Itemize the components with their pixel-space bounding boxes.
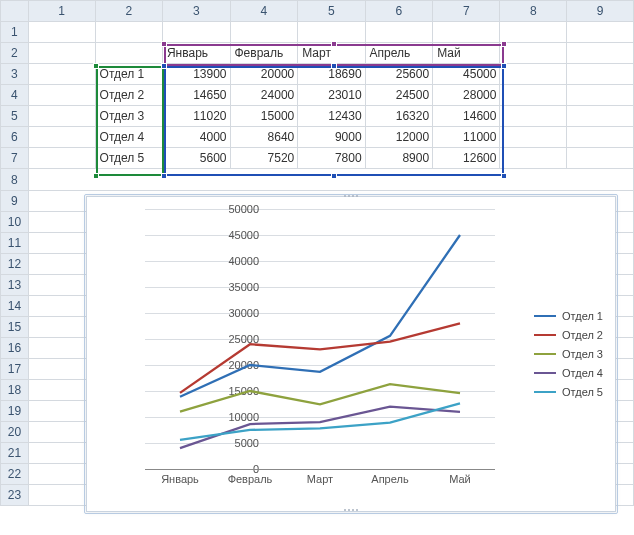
cell[interactable]: 8900 [365, 148, 433, 169]
cell[interactable] [28, 64, 95, 85]
cell[interactable]: 5600 [162, 148, 230, 169]
cell[interactable] [298, 22, 365, 43]
cell[interactable] [500, 85, 567, 106]
cell[interactable]: 14650 [162, 85, 230, 106]
row-header[interactable]: 4 [1, 85, 29, 106]
cell[interactable]: 13900 [162, 64, 230, 85]
cell[interactable]: 11000 [433, 127, 500, 148]
row-header[interactable]: 16 [1, 338, 29, 359]
embedded-chart[interactable]: 0500010000150002000025000300003500040000… [86, 196, 616, 512]
cell[interactable]: Январь [162, 43, 230, 64]
cell[interactable] [28, 127, 95, 148]
cell[interactable]: 18690 [298, 64, 365, 85]
resize-handle-icon[interactable] [341, 195, 361, 199]
cell[interactable]: 4000 [162, 127, 230, 148]
row-header[interactable]: 3 [1, 64, 29, 85]
cell[interactable]: 28000 [433, 85, 500, 106]
cell[interactable]: Отдел 1 [95, 64, 162, 85]
cell[interactable]: Март [298, 43, 365, 64]
cell[interactable] [567, 106, 634, 127]
cell[interactable]: Отдел 2 [95, 85, 162, 106]
cell[interactable] [567, 127, 634, 148]
cell[interactable] [500, 106, 567, 127]
cell[interactable] [95, 43, 162, 64]
cell[interactable]: 24000 [230, 85, 298, 106]
cell[interactable]: 12600 [433, 148, 500, 169]
row-header[interactable]: 14 [1, 296, 29, 317]
cell[interactable]: 16320 [365, 106, 433, 127]
col-header[interactable]: 7 [433, 1, 500, 22]
cell[interactable] [567, 85, 634, 106]
col-header[interactable]: 3 [162, 1, 230, 22]
row-header[interactable]: 13 [1, 275, 29, 296]
row-header[interactable]: 12 [1, 254, 29, 275]
cell[interactable]: 23010 [298, 85, 365, 106]
cell[interactable] [500, 43, 567, 64]
cell[interactable] [500, 22, 567, 43]
cell[interactable] [500, 127, 567, 148]
cell[interactable] [28, 85, 95, 106]
cell[interactable] [28, 22, 95, 43]
col-header[interactable]: 1 [28, 1, 95, 22]
cell[interactable]: 9000 [298, 127, 365, 148]
cell[interactable]: 20000 [230, 64, 298, 85]
row-header[interactable]: 22 [1, 464, 29, 485]
cell[interactable]: 7520 [230, 148, 298, 169]
col-header[interactable]: 6 [365, 1, 433, 22]
row-header[interactable]: 5 [1, 106, 29, 127]
row-header[interactable]: 18 [1, 380, 29, 401]
row-header[interactable]: 1 [1, 22, 29, 43]
cell[interactable] [500, 148, 567, 169]
cell[interactable]: 45000 [433, 64, 500, 85]
col-header[interactable]: 5 [298, 1, 365, 22]
cell[interactable]: 12430 [298, 106, 365, 127]
cell[interactable]: 8640 [230, 127, 298, 148]
cell[interactable]: Апрель [365, 43, 433, 64]
row-header[interactable]: 2 [1, 43, 29, 64]
cell[interactable] [567, 22, 634, 43]
cell[interactable]: 25600 [365, 64, 433, 85]
cell[interactable]: Февраль [230, 43, 298, 64]
legend-item: Отдел 4 [534, 367, 603, 379]
row-header[interactable]: 15 [1, 317, 29, 338]
cell[interactable]: 11020 [162, 106, 230, 127]
cell[interactable] [95, 22, 162, 43]
cell[interactable]: 24500 [365, 85, 433, 106]
col-header[interactable]: 2 [95, 1, 162, 22]
cell[interactable] [433, 22, 500, 43]
row-header[interactable]: 10 [1, 212, 29, 233]
cell[interactable]: Май [433, 43, 500, 64]
row-header[interactable]: 6 [1, 127, 29, 148]
row-header[interactable]: 19 [1, 401, 29, 422]
row-header[interactable]: 23 [1, 485, 29, 506]
col-header[interactable]: 4 [230, 1, 298, 22]
select-all-corner[interactable] [1, 1, 29, 22]
row-header[interactable]: 9 [1, 191, 29, 212]
col-header[interactable]: 9 [567, 1, 634, 22]
cell[interactable]: Отдел 3 [95, 106, 162, 127]
cell[interactable] [162, 22, 230, 43]
col-header[interactable]: 8 [500, 1, 567, 22]
cell[interactable] [230, 22, 298, 43]
row-header[interactable]: 8 [1, 169, 29, 191]
cell[interactable] [567, 148, 634, 169]
row-header[interactable]: 21 [1, 443, 29, 464]
cell[interactable]: 12000 [365, 127, 433, 148]
cell[interactable] [28, 106, 95, 127]
row-header[interactable]: 20 [1, 422, 29, 443]
cell[interactable]: Отдел 4 [95, 127, 162, 148]
cell[interactable] [365, 22, 433, 43]
cell[interactable]: 15000 [230, 106, 298, 127]
cell[interactable] [500, 64, 567, 85]
row-header[interactable]: 7 [1, 148, 29, 169]
resize-handle-icon[interactable] [341, 509, 361, 513]
cell[interactable] [567, 64, 634, 85]
row-header[interactable]: 17 [1, 359, 29, 380]
cell[interactable]: 14600 [433, 106, 500, 127]
cell[interactable] [567, 43, 634, 64]
cell[interactable] [28, 43, 95, 64]
cell[interactable]: 7800 [298, 148, 365, 169]
cell[interactable]: Отдел 5 [95, 148, 162, 169]
cell[interactable] [28, 148, 95, 169]
row-header[interactable]: 11 [1, 233, 29, 254]
